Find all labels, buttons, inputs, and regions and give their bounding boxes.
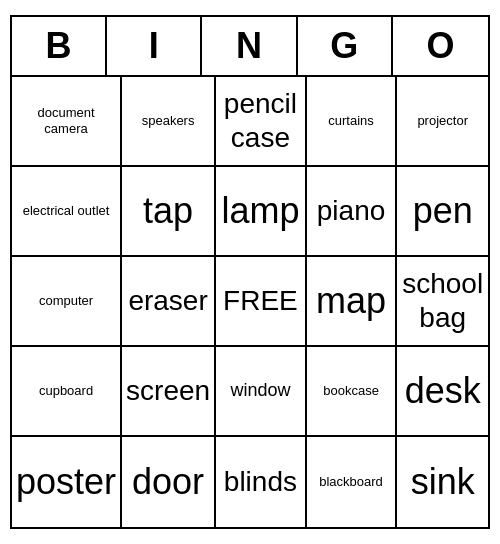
bingo-cell-4: projector [397, 77, 488, 167]
cell-text-12: FREE [223, 284, 298, 318]
bingo-cell-12: FREE [216, 257, 307, 347]
bingo-cell-2: pencil case [216, 77, 307, 167]
bingo-cell-23: blackboard [307, 437, 398, 527]
header-letter-g: G [298, 17, 393, 75]
cell-text-6: tap [143, 189, 193, 232]
cell-text-11: eraser [128, 284, 207, 318]
bingo-cell-15: cupboard [12, 347, 122, 437]
bingo-cell-21: door [122, 437, 216, 527]
bingo-grid: document cameraspeakerspencil casecurtai… [12, 77, 488, 527]
bingo-cell-19: desk [397, 347, 488, 437]
cell-text-8: piano [317, 194, 386, 228]
cell-text-23: blackboard [319, 474, 383, 490]
bingo-cell-10: computer [12, 257, 122, 347]
header-letter-o: O [393, 17, 488, 75]
bingo-cell-3: curtains [307, 77, 398, 167]
bingo-cell-18: bookcase [307, 347, 398, 437]
cell-text-4: projector [417, 113, 468, 129]
bingo-cell-16: screen [122, 347, 216, 437]
cell-text-22: blinds [224, 465, 297, 499]
header-letter-b: B [12, 17, 107, 75]
cell-text-21: door [132, 460, 204, 503]
cell-text-10: computer [39, 293, 93, 309]
bingo-cell-6: tap [122, 167, 216, 257]
bingo-cell-5: electrical outlet [12, 167, 122, 257]
bingo-cell-0: document camera [12, 77, 122, 167]
bingo-cell-8: piano [307, 167, 398, 257]
bingo-header: BINGO [12, 17, 488, 77]
bingo-cell-11: eraser [122, 257, 216, 347]
cell-text-13: map [316, 279, 386, 322]
cell-text-18: bookcase [323, 383, 379, 399]
bingo-cell-9: pen [397, 167, 488, 257]
cell-text-19: desk [405, 369, 481, 412]
cell-text-7: lamp [221, 189, 299, 232]
cell-text-5: electrical outlet [23, 203, 110, 219]
cell-text-1: speakers [142, 113, 195, 129]
bingo-cell-1: speakers [122, 77, 216, 167]
header-letter-n: N [202, 17, 297, 75]
cell-text-9: pen [413, 189, 473, 232]
header-letter-i: I [107, 17, 202, 75]
cell-text-17: window [230, 380, 290, 402]
cell-text-3: curtains [328, 113, 374, 129]
bingo-card: BINGO document cameraspeakerspencil case… [10, 15, 490, 529]
bingo-cell-20: poster [12, 437, 122, 527]
cell-text-15: cupboard [39, 383, 93, 399]
cell-text-20: poster [16, 460, 116, 503]
bingo-cell-22: blinds [216, 437, 307, 527]
cell-text-2: pencil case [220, 87, 301, 154]
bingo-cell-7: lamp [216, 167, 307, 257]
cell-text-0: document camera [16, 105, 116, 136]
bingo-cell-17: window [216, 347, 307, 437]
cell-text-14: school bag [401, 267, 484, 334]
bingo-cell-13: map [307, 257, 398, 347]
cell-text-16: screen [126, 374, 210, 408]
cell-text-24: sink [411, 460, 475, 503]
bingo-cell-14: school bag [397, 257, 488, 347]
bingo-cell-24: sink [397, 437, 488, 527]
